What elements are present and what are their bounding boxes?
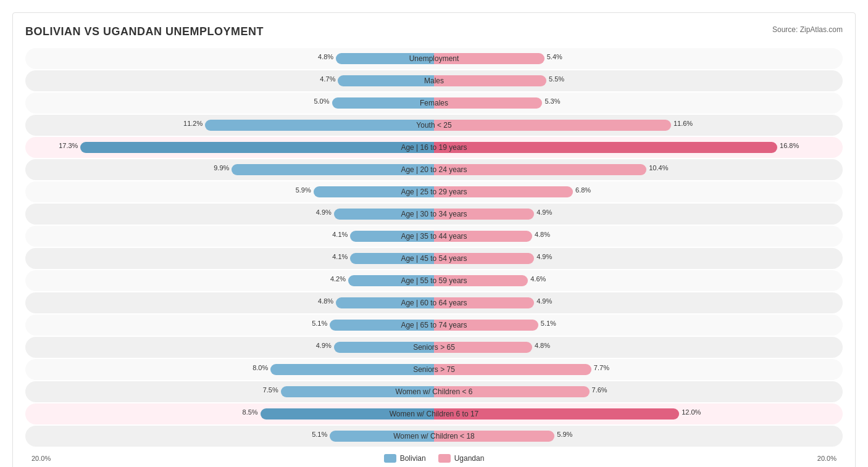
right-value: 4.8%: [535, 231, 550, 238]
left-section: 4.7%: [25, 70, 434, 91]
left-value: 4.9%: [316, 209, 332, 216]
legend-swatch-blue: [384, 454, 396, 463]
right-bar: 5.3%: [434, 97, 542, 109]
bar-row: 4.2%4.6%Age | 55 to 59 years: [25, 270, 843, 291]
right-section: 5.3%: [434, 93, 843, 114]
right-section: 4.8%: [434, 337, 843, 358]
right-bar: 16.8%: [434, 142, 777, 153]
right-section: 12.0%: [434, 403, 843, 424]
right-section: 5.5%: [434, 70, 843, 91]
right-section: 11.6%: [434, 115, 843, 136]
left-bar: 5.9%: [314, 186, 434, 197]
right-value: 4.9%: [536, 297, 552, 305]
bar-row: 8.0%7.7%Seniors > 75: [25, 359, 843, 380]
right-value: 4.8%: [535, 342, 550, 349]
right-bar: 12.0%: [434, 408, 679, 419]
right-section: 4.9%: [434, 248, 843, 269]
right-bar: 10.4%: [434, 164, 646, 175]
bar-row: 4.9%4.9%Age | 30 to 34 years: [25, 204, 843, 225]
left-section: 4.8%: [25, 292, 434, 313]
left-bar: 17.3%: [80, 142, 434, 153]
bar-row: 4.8%4.9%Age | 60 to 64 years: [25, 292, 843, 313]
left-value: 8.0%: [252, 364, 268, 371]
right-value: 5.9%: [557, 431, 572, 438]
left-bar: 4.9%: [334, 342, 434, 353]
left-value: 4.8%: [318, 297, 333, 305]
bar-row: 9.9%10.4%Age | 20 to 24 years: [25, 159, 843, 180]
left-section: 5.0%: [25, 93, 434, 114]
bar-row: 8.5%12.0%Women w/ Children 6 to 17: [25, 403, 843, 424]
right-bar: 4.9%: [434, 297, 534, 308]
left-bar: 4.9%: [334, 209, 434, 220]
left-section: 5.9%: [25, 181, 434, 202]
right-section: 5.9%: [434, 426, 843, 447]
right-value: 7.7%: [594, 364, 609, 371]
bar-row: 4.1%4.9%Age | 45 to 54 years: [25, 248, 843, 269]
bar-row: 4.9%4.8%Seniors > 65: [25, 337, 843, 358]
left-section: 7.5%: [25, 381, 434, 402]
left-value: 4.8%: [318, 53, 333, 60]
legend-bolivian-label: Bolivian: [400, 454, 426, 463]
axis-label-right: 20.0%: [817, 455, 837, 462]
bar-row: 5.9%6.8%Age | 25 to 29 years: [25, 181, 843, 202]
right-bar: 4.9%: [434, 209, 534, 220]
left-section: 4.9%: [25, 204, 434, 225]
right-section: 6.8%: [434, 181, 843, 202]
left-section: 5.1%: [25, 315, 434, 336]
bar-row: 7.5%7.6%Women w/ Children < 6: [25, 381, 843, 402]
right-bar: 4.8%: [434, 342, 532, 353]
left-bar: 4.8%: [336, 53, 434, 64]
right-value: 5.1%: [541, 320, 556, 327]
right-bar: 5.5%: [434, 75, 546, 86]
left-section: 8.5%: [25, 403, 434, 424]
bar-row: 5.0%5.3%Females: [25, 93, 843, 114]
left-bar: 5.0%: [332, 97, 435, 109]
right-section: 10.4%: [434, 159, 843, 180]
right-value: 4.9%: [536, 209, 552, 216]
left-value: 8.5%: [243, 408, 258, 416]
left-bar: 5.1%: [330, 431, 434, 442]
left-value: 5.9%: [296, 186, 311, 194]
bar-row: 4.8%5.4%Unemployment: [25, 48, 843, 69]
left-section: 9.9%: [25, 159, 434, 180]
right-section: 4.9%: [434, 204, 843, 225]
left-bar: 5.1%: [330, 320, 434, 331]
rows-area: 4.8%5.4%Unemployment4.7%5.5%Males5.0%5.3…: [25, 48, 843, 447]
right-bar: 7.6%: [434, 386, 590, 397]
left-value: 4.1%: [332, 231, 348, 238]
left-value: 9.9%: [214, 164, 229, 172]
legend-item-ugandan: Ugandan: [438, 454, 485, 463]
left-section: 4.2%: [25, 270, 434, 291]
right-value: 11.6%: [674, 120, 693, 127]
right-value: 4.9%: [536, 253, 552, 260]
left-bar: 11.2%: [205, 120, 434, 131]
chart-source: Source: ZipAtlas.com: [772, 25, 843, 34]
right-value: 7.6%: [592, 386, 607, 394]
left-section: 4.1%: [25, 226, 434, 247]
left-value: 4.9%: [316, 342, 332, 349]
right-section: 5.4%: [434, 48, 843, 69]
left-bar: 4.1%: [350, 231, 434, 242]
right-section: 4.9%: [434, 292, 843, 313]
left-bar: 7.5%: [281, 386, 434, 397]
chart-title: BOLIVIAN VS UGANDAN UNEMPLOYMENT: [25, 25, 264, 38]
right-bar: 6.8%: [434, 186, 573, 197]
left-bar: 4.2%: [348, 275, 434, 286]
left-bar: 9.9%: [232, 164, 434, 175]
right-bar: 4.9%: [434, 253, 534, 264]
left-value: 17.3%: [59, 142, 78, 149]
chart-container: BOLIVIAN VS UGANDAN UNEMPLOYMENT Source:…: [12, 12, 856, 467]
left-section: 17.3%: [25, 137, 434, 158]
right-bar: 5.4%: [434, 53, 545, 64]
right-value: 5.4%: [547, 53, 562, 60]
right-section: 16.8%: [434, 137, 843, 158]
legend-item-bolivian: Bolivian: [384, 454, 426, 463]
left-value: 5.1%: [312, 431, 327, 438]
legend: Bolivian Ugandan: [384, 454, 485, 463]
bar-row: 5.1%5.9%Women w/ Children < 18: [25, 426, 843, 447]
left-value: 5.1%: [312, 320, 327, 327]
left-section: 11.2%: [25, 115, 434, 136]
left-value: 4.2%: [330, 275, 346, 283]
right-section: 7.6%: [434, 381, 843, 402]
right-bar: 4.6%: [434, 275, 528, 286]
